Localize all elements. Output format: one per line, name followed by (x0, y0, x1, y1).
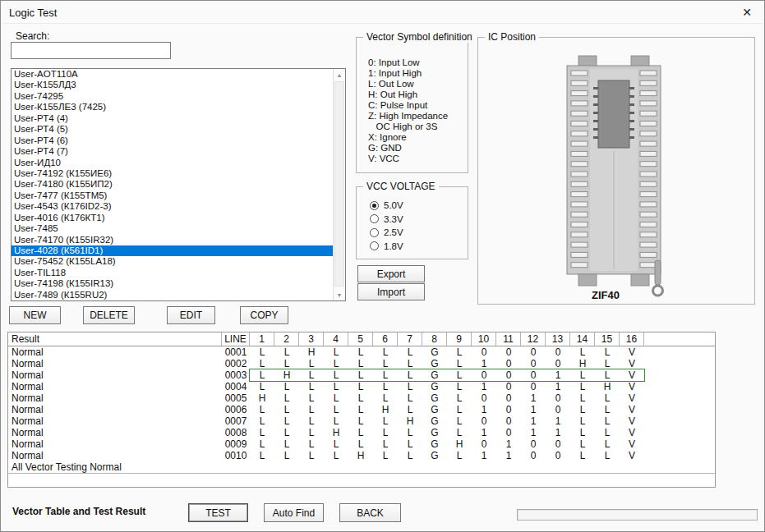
vcc-option-5.0v[interactable]: 5.0V (370, 199, 403, 213)
vector-cell: 1 (472, 358, 496, 369)
vector-cell: 0 (546, 392, 570, 404)
copy-button[interactable]: COPY (240, 306, 288, 324)
table-row[interactable]: Normal0006LLLLLHLGL1010LLV (8, 404, 715, 415)
column-header: 1 (250, 332, 274, 346)
list-scrollbar[interactable]: ▲ ▼ (333, 69, 345, 300)
vector-cell: L (595, 358, 620, 369)
list-item[interactable]: User-7477 (К155ТМ5) (12, 190, 333, 201)
vector-symbol-line: 1: Input High (368, 68, 466, 79)
vector-cell: L (447, 404, 472, 415)
new-button[interactable]: NEW (9, 306, 61, 324)
list-item[interactable]: User-РТ4 (5) (12, 124, 333, 135)
radio-label: 3.3V (384, 214, 403, 224)
vcc-option-2.5v[interactable]: 2.5V (370, 226, 403, 240)
table-row[interactable]: Normal0003LHLLLLLGL0001LLV (8, 369, 715, 381)
list-item[interactable]: User-К155ЛД3 (12, 80, 333, 90)
list-item[interactable]: User-74170 (К155IR32) (12, 235, 333, 245)
list-item[interactable]: User-7485 (12, 223, 333, 234)
import-button[interactable]: Import (357, 283, 425, 300)
vector-symbol-line: V: VCC (368, 154, 466, 164)
close-button[interactable]: ✕ (730, 1, 764, 24)
list-item[interactable]: User-TIL118 (12, 268, 333, 278)
vector-cell: L (348, 427, 373, 438)
scroll-down-icon[interactable]: ▼ (334, 289, 345, 300)
list-item[interactable]: User-AOT110A (12, 69, 333, 80)
vector-cell: H (250, 392, 274, 404)
list-item[interactable]: User-4543 (К176ID2-3) (12, 201, 333, 212)
table-row[interactable]: Normal0005HLLLLLLGL0010LLV (8, 392, 715, 404)
list-item[interactable]: User-РТ4 (4) (12, 113, 333, 124)
auto-find-button[interactable]: Auto Find (264, 503, 324, 522)
list-item[interactable]: User-4028 (К561ID1) (12, 245, 333, 256)
vector-cell: L (447, 392, 472, 404)
line-cell: 0009 (222, 438, 250, 450)
vcc-voltage-group-title: VCC VOLTAGE (363, 181, 439, 192)
vcc-option-1.8v[interactable]: 1.8V (370, 240, 403, 254)
vector-cell: L (373, 346, 398, 358)
result-table: ResultLINE12345678910111213141516 Normal… (7, 332, 716, 488)
test-button[interactable]: TEST (188, 503, 248, 522)
vector-cells: LLLLLLLGL1000HLV (250, 358, 644, 369)
vector-cell: L (595, 415, 620, 427)
list-item[interactable]: User-74192 (К155ИЕ6) (12, 168, 333, 179)
vector-cell: L (348, 369, 373, 381)
vector-cell: 1 (496, 438, 521, 450)
table-row[interactable]: Normal0009LLLLLLLGH0100LLV (8, 438, 715, 450)
vector-cell: H (570, 358, 595, 369)
list-item[interactable]: User-7489 (К155RU2) (12, 290, 333, 300)
vector-cell: L (250, 450, 274, 461)
vector-cell: L (299, 415, 324, 427)
list-item[interactable]: User-74295 (12, 91, 333, 102)
vector-cell: L (250, 381, 274, 392)
vector-cell: L (398, 358, 422, 369)
vector-cell: V (620, 427, 644, 438)
list-item[interactable]: User-74198 (К155IR13) (12, 278, 333, 289)
edit-button[interactable]: EDIT (167, 306, 215, 324)
delete-button[interactable]: DELETE (83, 306, 135, 324)
vector-cell: 0 (546, 438, 570, 450)
list-item[interactable]: User-РТ4 (6) (12, 135, 333, 146)
vcc-option-3.3v[interactable]: 3.3V (370, 213, 403, 227)
vector-cell: L (348, 358, 373, 369)
table-row[interactable]: Normal0002LLLLLLLGL1000HLV (8, 358, 715, 369)
vector-cell: 0 (472, 392, 496, 404)
column-header-filler (644, 332, 715, 346)
result-cell: Normal (8, 381, 222, 392)
table-row[interactable]: Normal0007LLLLLLHGL0011LLV (8, 415, 715, 427)
table-row[interactable]: Normal0001LLHLLLLGL0000LLV (8, 346, 715, 358)
vector-symbol-line: X: Ignore (368, 132, 466, 143)
vector-cell: L (274, 404, 299, 415)
highlighted-vector-cells: LHLLLLLGL0001LLV (250, 369, 644, 381)
vector-cell: L (373, 427, 398, 438)
table-row[interactable]: Normal0010LLLLHLLGL1100LLV (8, 450, 715, 461)
vector-cell: 0 (521, 369, 546, 381)
export-button[interactable]: Export (357, 265, 425, 282)
vector-cell: L (373, 438, 398, 450)
column-header: LINE (222, 332, 250, 346)
vector-cell: L (274, 346, 299, 358)
list-item[interactable]: User-4016 (К176КТ1) (12, 213, 333, 223)
scrollbar-thumb[interactable] (334, 81, 344, 287)
vector-cell: G (422, 415, 447, 427)
vector-cell: V (620, 369, 644, 381)
table-row[interactable]: Normal0004LLLLLLLGL1001LHV (8, 381, 715, 392)
line-cell: 0005 (222, 392, 250, 404)
vector-cell: G (422, 404, 447, 415)
back-button[interactable]: BACK (339, 503, 401, 522)
list-item[interactable]: User-74180 (К155ИП2) (12, 179, 333, 190)
vector-cell: L (595, 450, 620, 461)
list-item[interactable]: User-РТ4 (7) (12, 146, 333, 157)
list-item[interactable]: User-75452 (К155LA18) (12, 256, 333, 267)
vector-cell: G (422, 381, 447, 392)
table-row[interactable]: Normal0008LLLHLLLGL1011LLV (8, 427, 715, 438)
vector-cell: 0 (521, 346, 546, 358)
vector-cell: L (324, 346, 348, 358)
list-item[interactable]: User-ИД10 (12, 158, 333, 168)
search-input[interactable] (11, 42, 171, 59)
vector-cell: L (324, 404, 348, 415)
scroll-up-icon[interactable]: ▲ (334, 69, 345, 80)
list-item[interactable]: User-К155ЛЕ3 (7425) (12, 102, 333, 112)
vector-cell: V (620, 392, 644, 404)
radio-icon (370, 214, 379, 223)
line-cell: 0001 (222, 346, 250, 358)
